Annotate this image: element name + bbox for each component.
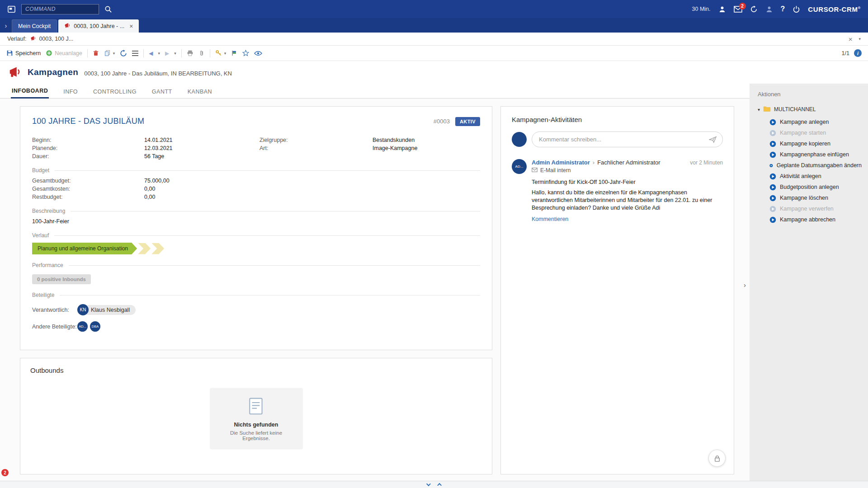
phase-upcoming[interactable] — [151, 243, 164, 254]
attachment-button[interactable] — [198, 50, 205, 56]
comment-link[interactable]: Kommentieren — [532, 216, 568, 222]
command-input[interactable] — [21, 4, 99, 14]
record-toolbar: Speichern Neuanlage ▾ ◀ ▾ ▶ ▾ — [0, 46, 868, 61]
action-kampagne-loeschen[interactable]: Kampagne löschen — [758, 192, 862, 203]
action-kampagne-abbrechen[interactable]: Kampagne abbrechen — [758, 214, 862, 225]
save-button[interactable]: Speichern — [6, 50, 41, 56]
logout-power-icon[interactable] — [793, 5, 800, 13]
redo-icon[interactable] — [750, 5, 758, 13]
history-item[interactable]: 0003, 100 J... — [30, 35, 73, 42]
entry-author-link[interactable]: Admin Administrator — [532, 159, 590, 166]
section-label: Verlauf — [32, 232, 49, 239]
refresh-button[interactable] — [120, 50, 127, 57]
status-badge: AKTIV — [455, 117, 480, 126]
field-value-gesamtbudget: 75.000,00 — [144, 178, 480, 184]
section-label: Performance — [32, 262, 63, 268]
avatar[interactable]: AD... — [77, 321, 88, 332]
topbar-right-group: 30 Min. 2 ? CURSOR-CRM® — [692, 5, 861, 13]
send-icon[interactable] — [709, 136, 717, 143]
tab-close-icon[interactable]: × — [129, 23, 133, 30]
tree-caret-icon: ▾ — [758, 107, 760, 112]
tab-info[interactable]: INFO — [62, 85, 79, 98]
footer-expand-chevron-icon[interactable] — [437, 483, 442, 488]
delete-button[interactable] — [93, 50, 99, 56]
help-icon[interactable]: ? — [781, 5, 785, 13]
section-divider — [69, 265, 480, 266]
action-budgetposition-anlegen[interactable]: Budgetposition anlegen — [758, 182, 862, 192]
action-kampagnenphase-einfuegen[interactable]: Kampagnenphase einfügen — [758, 149, 862, 160]
action-aktivitaet-anlegen[interactable]: Aktivität anlegen — [758, 171, 862, 182]
info-icon[interactable]: i — [854, 49, 862, 57]
actions-group-multichannel[interactable]: ▾ MULTICHANNEL — [758, 106, 862, 113]
action-label: Kampagne verwerfen — [780, 206, 834, 212]
copy-dropdown-icon[interactable]: ▾ — [113, 51, 115, 56]
chevron-right-icon: › — [593, 159, 594, 166]
comment-input[interactable] — [532, 131, 723, 147]
navigate-forward-button[interactable]: ▶ — [165, 50, 169, 56]
history-clear-icon[interactable]: × — [849, 35, 853, 43]
tab-record-active[interactable]: 0003, 100 Jahre - ... × — [58, 19, 139, 33]
action-label: Kampagne abbrechen — [780, 216, 835, 223]
mail-icon[interactable]: 2 — [734, 6, 742, 13]
lock-icon — [713, 455, 721, 462]
section-verlauf: Verlauf — [32, 232, 480, 239]
section-label: Beteiligte — [32, 292, 54, 298]
history-dropdown-icon[interactable]: ▾ — [859, 37, 861, 41]
action-kampagne-starten[interactable]: Kampagne starten — [758, 127, 862, 138]
support-user-icon[interactable] — [765, 5, 773, 13]
phase-current[interactable]: Planung und allgemeine Organisation — [32, 243, 137, 254]
footer-collapse-chevron-icon[interactable] — [426, 482, 431, 486]
description-value: 100-Jahr-Feier — [32, 218, 480, 225]
forward-dropdown-icon[interactable]: ▾ — [174, 51, 176, 56]
empty-state-text: Die Suche liefert keine Ergebnisse. — [216, 430, 297, 441]
action-geplante-datumsangaben-aendern[interactable]: Geplante Datumsangaben ändern — [758, 160, 862, 171]
permissions-button[interactable]: ▾ — [215, 50, 226, 56]
top-command-bar: 30 Min. 2 ? CURSOR-CRM® — [0, 0, 868, 18]
action-kampagne-kopieren[interactable]: Kampagne kopieren — [758, 138, 862, 149]
responsible-chip[interactable]: KN Klaus Nesbigall — [77, 304, 136, 315]
tabs-overflow-chevron-icon[interactable]: › — [0, 18, 12, 33]
navigate-back-button[interactable]: ◀ — [149, 50, 153, 56]
app-window-icon[interactable] — [7, 5, 16, 14]
field-value-beginn: 14.01.2021 — [144, 137, 259, 143]
phase-upcoming[interactable] — [138, 243, 151, 254]
tab-mein-cockpit[interactable]: Mein Cockpit — [12, 19, 57, 33]
permissions-dropdown-icon[interactable]: ▾ — [224, 51, 226, 56]
tab-gantt[interactable]: GANTT — [151, 85, 173, 98]
entry-body-text: Hallo, kannst du bitte die einzelnen für… — [532, 189, 723, 212]
activity-entry[interactable]: AD... Admin Administrator › Fachlicher A… — [512, 159, 723, 222]
empty-state: Nichts gefunden Die Suche liefert keine … — [210, 388, 303, 449]
save-disk-icon — [6, 50, 13, 56]
footer-bar — [0, 481, 868, 488]
tab-infoboard[interactable]: INFOBOARD — [11, 84, 49, 99]
avatar: KN — [77, 304, 89, 315]
panel-collapse-chevron-icon[interactable]: › — [744, 282, 746, 288]
new-record-button[interactable]: Neuanlage — [46, 50, 82, 56]
favorite-button[interactable] — [242, 50, 249, 56]
section-beschreibung: Beschreibung — [32, 208, 480, 214]
page-subtitle: 0003, 100 Jahre - Das Jubiläum, IN BEARB… — [84, 68, 232, 77]
action-kampagne-verwerfen[interactable]: Kampagne verwerfen — [758, 203, 862, 214]
action-kampagne-anlegen[interactable]: Kampagne anlegen — [758, 117, 862, 127]
tab-kanban[interactable]: KANBAN — [187, 85, 213, 98]
section-label: Budget — [32, 167, 49, 174]
action-label: Budgetposition anlegen — [780, 184, 839, 190]
back-dropdown-icon[interactable]: ▾ — [158, 51, 160, 56]
field-label: Zielgruppe: — [259, 137, 373, 143]
flag-button[interactable] — [231, 50, 237, 56]
play-icon — [769, 119, 776, 126]
menu-button[interactable] — [132, 53, 138, 54]
print-button[interactable] — [187, 50, 193, 56]
search-icon[interactable] — [104, 5, 112, 13]
avatar[interactable]: DBA — [90, 321, 100, 332]
notification-badge[interactable]: 2 — [1, 469, 9, 476]
comment-composer — [512, 131, 723, 147]
avatar — [512, 132, 527, 147]
copy-button[interactable]: ▾ — [104, 50, 115, 56]
user-icon[interactable] — [718, 5, 726, 13]
tab-controlling[interactable]: CONTROLLING — [92, 85, 137, 98]
tab-cockpit-label: Mein Cockpit — [18, 23, 51, 29]
play-icon — [769, 206, 776, 212]
lock-button[interactable] — [708, 450, 726, 467]
watch-button[interactable] — [254, 51, 262, 56]
